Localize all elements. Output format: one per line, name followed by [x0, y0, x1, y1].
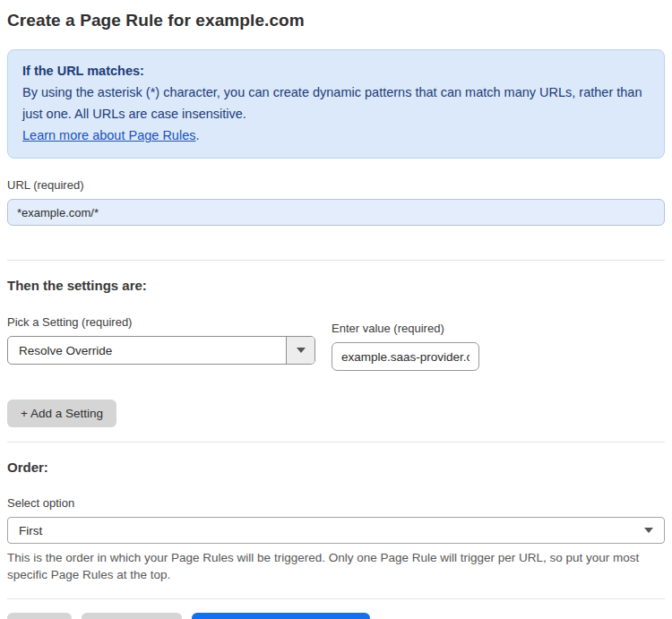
settings-row: Pick a Setting (required) Resolve Overri… — [7, 315, 665, 371]
info-box-heading: If the URL matches: — [22, 60, 650, 82]
divider — [7, 260, 665, 261]
cancel-button[interactable]: Cancel — [7, 613, 72, 619]
order-selected-value: First — [19, 524, 42, 537]
page-title: Create a Page Rule for example.com — [7, 11, 665, 30]
order-help-text: This is the order in which your Page Rul… — [7, 549, 665, 583]
order-select-label: Select option — [7, 496, 665, 510]
info-box-link-line: Learn more about Page Rules. — [22, 125, 650, 146]
save-as-draft-button[interactable]: Save as Draft — [82, 613, 182, 619]
settings-section-heading: Then the settings are: — [7, 278, 665, 293]
save-and-deploy-button[interactable]: Save and Deploy Page Rule — [192, 613, 371, 619]
learn-more-link[interactable]: Learn more about Page Rules — [22, 128, 195, 142]
pick-setting-column: Pick a Setting (required) Resolve Overri… — [7, 315, 332, 371]
divider — [7, 598, 665, 599]
enter-value-column: Enter value (required) — [332, 322, 479, 371]
chevron-down-icon — [644, 528, 653, 533]
divider — [7, 442, 665, 443]
info-box-body: By using the asterisk (*) character, you… — [22, 82, 650, 125]
order-select[interactable]: First — [7, 517, 665, 544]
url-match-info-box: If the URL matches: By using the asteris… — [7, 49, 665, 159]
pick-setting-selected-value: Resolve Override — [8, 337, 286, 364]
link-suffix: . — [195, 128, 199, 142]
add-setting-button[interactable]: + Add a Setting — [7, 400, 116, 427]
pick-setting-select[interactable]: Resolve Override — [7, 336, 315, 365]
create-page-rule-panel: Create a Page Rule for example.com If th… — [0, 0, 672, 619]
url-input[interactable] — [7, 199, 665, 226]
url-field-label: URL (required) — [7, 178, 665, 192]
chevron-down-icon — [297, 348, 306, 353]
url-field-section: URL (required) — [7, 178, 665, 226]
enter-value-label: Enter value (required) — [332, 322, 479, 335]
setting-value-input[interactable] — [332, 342, 479, 371]
form-actions: Cancel Save as Draft Save and Deploy Pag… — [7, 613, 665, 619]
pick-setting-label: Pick a Setting (required) — [7, 315, 332, 329]
order-section-heading: Order: — [7, 460, 665, 475]
pick-setting-arrow-segment[interactable] — [286, 337, 314, 364]
